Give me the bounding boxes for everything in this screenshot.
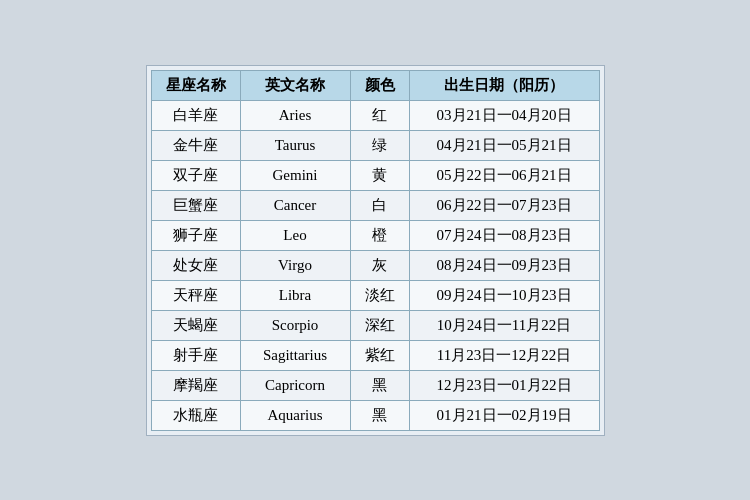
cell-color: 灰 [350, 250, 409, 280]
cell-english: Gemini [240, 160, 350, 190]
cell-english: Leo [240, 220, 350, 250]
cell-chinese: 射手座 [151, 340, 240, 370]
cell-color: 深红 [350, 310, 409, 340]
cell-english: Taurus [240, 130, 350, 160]
cell-english: Capricorn [240, 370, 350, 400]
table-row: 狮子座Leo橙07月24日一08月23日 [151, 220, 599, 250]
table-row: 天秤座Libra淡红09月24日一10月23日 [151, 280, 599, 310]
cell-date: 08月24日一09月23日 [409, 250, 599, 280]
cell-color: 绿 [350, 130, 409, 160]
cell-english: Aquarius [240, 400, 350, 430]
cell-chinese: 水瓶座 [151, 400, 240, 430]
table-row: 水瓶座Aquarius黑01月21日一02月19日 [151, 400, 599, 430]
cell-english: Aries [240, 100, 350, 130]
cell-chinese: 天蝎座 [151, 310, 240, 340]
zodiac-table: 星座名称 英文名称 颜色 出生日期（阳历） 白羊座Aries红03月21日一04… [151, 70, 600, 431]
cell-chinese: 金牛座 [151, 130, 240, 160]
cell-date: 10月24日一11月22日 [409, 310, 599, 340]
cell-english: Sagittarius [240, 340, 350, 370]
cell-date: 06月22日一07月23日 [409, 190, 599, 220]
cell-chinese: 摩羯座 [151, 370, 240, 400]
cell-chinese: 处女座 [151, 250, 240, 280]
cell-date: 11月23日一12月22日 [409, 340, 599, 370]
header-color: 颜色 [350, 70, 409, 100]
cell-date: 09月24日一10月23日 [409, 280, 599, 310]
zodiac-table-container: 星座名称 英文名称 颜色 出生日期（阳历） 白羊座Aries红03月21日一04… [146, 65, 605, 436]
cell-color: 淡红 [350, 280, 409, 310]
header-english: 英文名称 [240, 70, 350, 100]
cell-color: 白 [350, 190, 409, 220]
cell-chinese: 双子座 [151, 160, 240, 190]
cell-chinese: 巨蟹座 [151, 190, 240, 220]
cell-color: 红 [350, 100, 409, 130]
table-header-row: 星座名称 英文名称 颜色 出生日期（阳历） [151, 70, 599, 100]
cell-color: 紫红 [350, 340, 409, 370]
cell-english: Cancer [240, 190, 350, 220]
cell-english: Libra [240, 280, 350, 310]
table-row: 双子座Gemini黄05月22日一06月21日 [151, 160, 599, 190]
cell-color: 橙 [350, 220, 409, 250]
cell-color: 黄 [350, 160, 409, 190]
cell-english: Virgo [240, 250, 350, 280]
cell-chinese: 天秤座 [151, 280, 240, 310]
table-row: 处女座Virgo灰08月24日一09月23日 [151, 250, 599, 280]
cell-english: Scorpio [240, 310, 350, 340]
cell-color: 黑 [350, 400, 409, 430]
cell-date: 05月22日一06月21日 [409, 160, 599, 190]
table-row: 金牛座Taurus绿04月21日一05月21日 [151, 130, 599, 160]
table-row: 白羊座Aries红03月21日一04月20日 [151, 100, 599, 130]
cell-date: 04月21日一05月21日 [409, 130, 599, 160]
table-row: 天蝎座Scorpio深红10月24日一11月22日 [151, 310, 599, 340]
table-row: 摩羯座Capricorn黑12月23日一01月22日 [151, 370, 599, 400]
table-row: 巨蟹座Cancer白06月22日一07月23日 [151, 190, 599, 220]
cell-date: 01月21日一02月19日 [409, 400, 599, 430]
cell-date: 07月24日一08月23日 [409, 220, 599, 250]
cell-date: 03月21日一04月20日 [409, 100, 599, 130]
header-date: 出生日期（阳历） [409, 70, 599, 100]
table-row: 射手座Sagittarius紫红11月23日一12月22日 [151, 340, 599, 370]
cell-date: 12月23日一01月22日 [409, 370, 599, 400]
header-chinese: 星座名称 [151, 70, 240, 100]
cell-color: 黑 [350, 370, 409, 400]
cell-chinese: 狮子座 [151, 220, 240, 250]
cell-chinese: 白羊座 [151, 100, 240, 130]
